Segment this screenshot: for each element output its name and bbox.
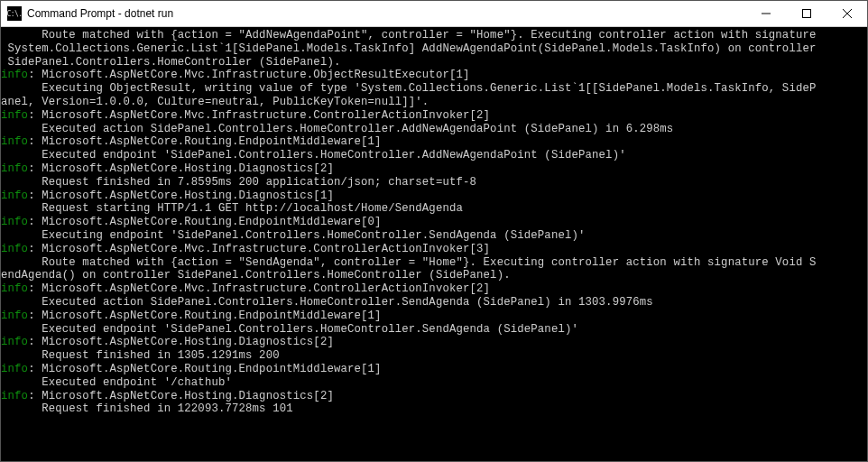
close-button[interactable] <box>826 1 867 26</box>
log-message: Route matched with {action = "SendAgenda… <box>1 256 817 269</box>
close-icon <box>843 9 852 18</box>
log-message: Route matched with {action = "AddNewAgen… <box>1 29 817 42</box>
maximize-icon <box>802 9 811 18</box>
log-message: Executed endpoint 'SidePanel.Controllers… <box>1 323 578 336</box>
terminal-line: Executed endpoint 'SidePanel.Controllers… <box>1 149 867 162</box>
log-level-info: info <box>1 282 28 295</box>
log-message: anel, Version=1.0.0.0, Culture=neutral, … <box>1 96 429 108</box>
log-message: Executed action SidePanel.Controllers.Ho… <box>1 296 653 309</box>
svg-rect-1 <box>802 10 810 18</box>
terminal-line: Executing ObjectResult, writing value of… <box>1 82 867 96</box>
log-category: : Microsoft.AspNetCore.Mvc.Infrastructur… <box>28 282 490 295</box>
log-category: : Microsoft.AspNetCore.Hosting.Diagnosti… <box>28 162 334 175</box>
minimize-icon <box>762 9 771 18</box>
terminal-line: info: Microsoft.AspNetCore.Mvc.Infrastru… <box>1 282 867 296</box>
terminal-line: Executing endpoint 'SidePanel.Controller… <box>1 229 867 243</box>
log-category: : Microsoft.AspNetCore.Routing.EndpointM… <box>28 363 382 375</box>
log-message: Executing endpoint 'SidePanel.Controller… <box>1 229 586 242</box>
log-category: : Microsoft.AspNetCore.Hosting.Diagnosti… <box>28 336 334 348</box>
terminal-line: Executed action SidePanel.Controllers.Ho… <box>1 296 867 310</box>
window-title: Command Prompt - dotnet run <box>27 7 745 20</box>
terminal-line: Request starting HTTP/1.1 GET http://loc… <box>1 202 867 216</box>
log-message: Executed action SidePanel.Controllers.Ho… <box>1 123 673 135</box>
terminal-line: info: Microsoft.AspNetCore.Hosting.Diagn… <box>1 390 867 403</box>
log-message: Request finished in 122093.7728ms 101 <box>1 402 293 415</box>
terminal-line: info: Microsoft.AspNetCore.Routing.Endpo… <box>1 363 867 376</box>
terminal-line: Executed endpoint '/chathub' <box>1 376 867 390</box>
terminal-line: System.Collections.Generic.List`1[SidePa… <box>1 42 867 56</box>
log-message: Executed endpoint '/chathub' <box>1 376 232 389</box>
log-level-info: info <box>1 336 28 348</box>
log-level-info: info <box>1 243 28 255</box>
log-category: : Microsoft.AspNetCore.Routing.EndpointM… <box>28 310 382 322</box>
terminal-line: info: Microsoft.AspNetCore.Routing.Endpo… <box>1 310 867 323</box>
terminal-line: info: Microsoft.AspNetCore.Hosting.Diagn… <box>1 336 867 349</box>
terminal-line: anel, Version=1.0.0.0, Culture=neutral, … <box>1 96 867 109</box>
log-level-info: info <box>1 363 28 375</box>
terminal-line: info: Microsoft.AspNetCore.Mvc.Infrastru… <box>1 243 867 256</box>
terminal-line: SidePanel.Controllers.HomeController (Si… <box>1 56 867 69</box>
log-category: : Microsoft.AspNetCore.Hosting.Diagnosti… <box>28 390 334 402</box>
log-category: : Microsoft.AspNetCore.Routing.EndpointM… <box>28 135 382 148</box>
terminal-line: info: Microsoft.AspNetCore.Hosting.Diagn… <box>1 189 867 203</box>
log-message: endAgenda() on controller SidePanel.Cont… <box>1 269 511 282</box>
terminal-line: Route matched with {action = "AddNewAgen… <box>1 29 867 42</box>
terminal-line: Executed endpoint 'SidePanel.Controllers… <box>1 323 867 337</box>
terminal-line: Request finished in 1305.1291ms 200 <box>1 349 867 363</box>
terminal-line: endAgenda() on controller SidePanel.Cont… <box>1 269 867 282</box>
log-level-info: info <box>1 390 28 402</box>
terminal-line: info: Microsoft.AspNetCore.Routing.Endpo… <box>1 135 867 149</box>
terminal-line: info: Microsoft.AspNetCore.Mvc.Infrastru… <box>1 109 867 123</box>
maximize-button[interactable] <box>786 1 826 26</box>
log-message: SidePanel.Controllers.HomeController (Si… <box>1 56 340 69</box>
log-message: Request starting HTTP/1.1 GET http://loc… <box>1 202 463 215</box>
log-message: Request finished in 1305.1291ms 200 <box>1 349 280 362</box>
log-level-info: info <box>1 189 28 202</box>
log-category: : Microsoft.AspNetCore.Hosting.Diagnosti… <box>28 189 334 202</box>
terminal-line: Request finished in 7.8595ms 200 applica… <box>1 176 867 189</box>
terminal-output[interactable]: Route matched with {action = "AddNewAgen… <box>1 27 867 416</box>
terminal-line: Executed action SidePanel.Controllers.Ho… <box>1 123 867 136</box>
terminal-line: info: Microsoft.AspNetCore.Mvc.Infrastru… <box>1 69 867 82</box>
log-message: Executed endpoint 'SidePanel.Controllers… <box>1 149 626 162</box>
terminal-line: Request finished in 122093.7728ms 101 <box>1 402 867 416</box>
log-level-info: info <box>1 69 28 81</box>
terminal-line: Route matched with {action = "SendAgenda… <box>1 256 867 270</box>
command-prompt-icon: C:\. <box>7 6 22 21</box>
log-message: Executing ObjectResult, writing value of… <box>1 82 817 95</box>
log-level-info: info <box>1 109 28 122</box>
terminal-line: info: Microsoft.AspNetCore.Hosting.Diagn… <box>1 162 867 176</box>
log-message: System.Collections.Generic.List`1[SidePa… <box>1 42 817 55</box>
log-category: : Microsoft.AspNetCore.Mvc.Infrastructur… <box>28 109 490 122</box>
terminal-line: info: Microsoft.AspNetCore.Routing.Endpo… <box>1 216 867 229</box>
minimize-button[interactable] <box>745 1 786 26</box>
window-titlebar[interactable]: C:\. Command Prompt - dotnet run <box>1 1 867 27</box>
log-level-info: info <box>1 135 28 148</box>
log-category: : Microsoft.AspNetCore.Routing.EndpointM… <box>28 216 382 228</box>
log-message: Request finished in 7.8595ms 200 applica… <box>1 176 476 189</box>
log-level-info: info <box>1 162 28 175</box>
log-category: : Microsoft.AspNetCore.Mvc.Infrastructur… <box>28 69 469 81</box>
window-controls <box>745 1 867 26</box>
log-category: : Microsoft.AspNetCore.Mvc.Infrastructur… <box>28 243 490 255</box>
log-level-info: info <box>1 216 28 228</box>
log-level-info: info <box>1 310 28 322</box>
